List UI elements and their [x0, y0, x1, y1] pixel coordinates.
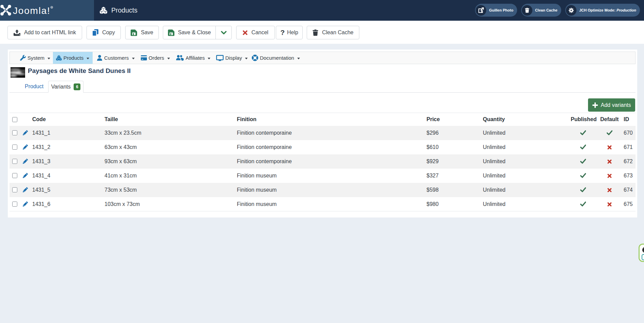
svg-text:Joomla!: Joomla!: [13, 5, 51, 16]
svg-text:R: R: [51, 6, 53, 8]
